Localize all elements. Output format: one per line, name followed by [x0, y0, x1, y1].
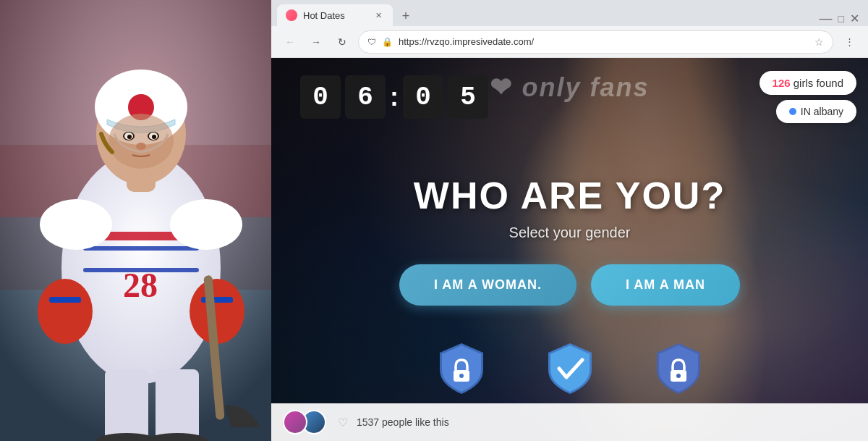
svg-rect-27: [105, 369, 148, 441]
url-text: https://rvzqo.impresivedate.com/: [399, 36, 809, 47]
shield-locked-1: [436, 340, 487, 398]
security-icon: 🛡: [367, 37, 376, 47]
refresh-button[interactable]: ↻: [332, 32, 352, 52]
heart-icon: ♡: [338, 416, 348, 429]
girls-label: girls found: [793, 77, 843, 89]
location-text: IN albany: [801, 106, 843, 117]
main-heading: WHO ARE YOU?: [271, 174, 868, 217]
browser-menu-buttons: ⋮: [839, 32, 859, 52]
player-svg: 28: [0, 0, 282, 441]
sub-heading: Select your gender: [271, 224, 868, 241]
more-options-button[interactable]: ⋮: [839, 32, 859, 52]
timer-digit-3: 0: [403, 75, 443, 119]
active-tab[interactable]: Hot Dates ✕: [277, 4, 393, 26]
tab-bar: Hot Dates ✕ + — □ ✕: [271, 0, 868, 26]
left-photo-panel: 28: [0, 0, 282, 441]
timer-digit-4: 5: [448, 75, 488, 119]
svg-point-24: [152, 135, 156, 139]
shield-checked: [545, 340, 595, 398]
timer-colon-1: :: [390, 84, 399, 110]
gender-buttons-row: I AM A WOMAN. I AM A MAN: [271, 264, 868, 306]
svg-point-32: [459, 374, 464, 378]
bookmark-icon[interactable]: ☆: [814, 36, 824, 48]
svg-point-10: [38, 279, 93, 344]
bottom-bar: ♡ 1537 people like this: [271, 403, 868, 441]
window-close-button[interactable]: ✕: [850, 12, 859, 25]
browser-toolbar: ← → ↻ 🛡 🔒 https://rvzqo.impresivedate.co…: [271, 26, 868, 58]
man-button[interactable]: I AM A MAN: [591, 264, 740, 306]
window-maximize-button[interactable]: □: [838, 13, 844, 25]
shield-locked-2: [653, 340, 704, 398]
svg-point-9: [170, 199, 242, 250]
girls-found-badge: 126 girls found: [760, 71, 856, 95]
svg-point-34: [676, 374, 681, 378]
forward-button[interactable]: →: [306, 32, 326, 52]
tab-title: Hot Dates: [303, 10, 345, 21]
svg-point-25: [136, 143, 146, 150]
svg-point-23: [127, 135, 132, 139]
svg-text:28: 28: [123, 266, 158, 304]
countdown-timer: 0 6 : 0 5: [300, 75, 488, 119]
shields-row: [271, 340, 868, 398]
location-dot-icon: [789, 108, 796, 115]
timer-digit-1: 0: [300, 75, 341, 119]
window-minimize-button[interactable]: —: [820, 11, 833, 26]
girls-count: 126: [773, 77, 791, 89]
new-tab-button[interactable]: +: [396, 6, 416, 26]
onlyfans-watermark: ❤ only fans: [490, 72, 649, 103]
tab-favicon: [286, 9, 297, 21]
likes-count: 1537 people like this: [357, 416, 449, 428]
svg-point-18: [109, 114, 174, 169]
browser-window: Hot Dates ✕ + — □ ✕ ← → ↻ 🛡 🔒 https://rv…: [271, 0, 868, 441]
svg-rect-5: [83, 246, 199, 251]
location-badge: IN albany: [776, 100, 856, 123]
avatar-group: [283, 410, 320, 434]
svg-rect-28: [156, 369, 199, 441]
avatar-1: [283, 410, 307, 434]
website-content: ❤ only fans 0 6 : 0 5 126 girls found IN…: [271, 58, 868, 441]
address-bar[interactable]: 🛡 🔒 https://rvzqo.impresivedate.com/ ☆: [358, 30, 833, 54]
svg-rect-12: [49, 297, 81, 303]
svg-point-8: [40, 199, 112, 250]
lock-icon: 🔒: [382, 37, 393, 47]
woman-button[interactable]: I AM A WOMAN.: [399, 264, 576, 306]
back-button[interactable]: ←: [280, 32, 300, 52]
tab-close-button[interactable]: ✕: [373, 9, 384, 21]
hockey-player-image: 28: [0, 0, 282, 441]
timer-digit-2: 6: [345, 75, 386, 119]
